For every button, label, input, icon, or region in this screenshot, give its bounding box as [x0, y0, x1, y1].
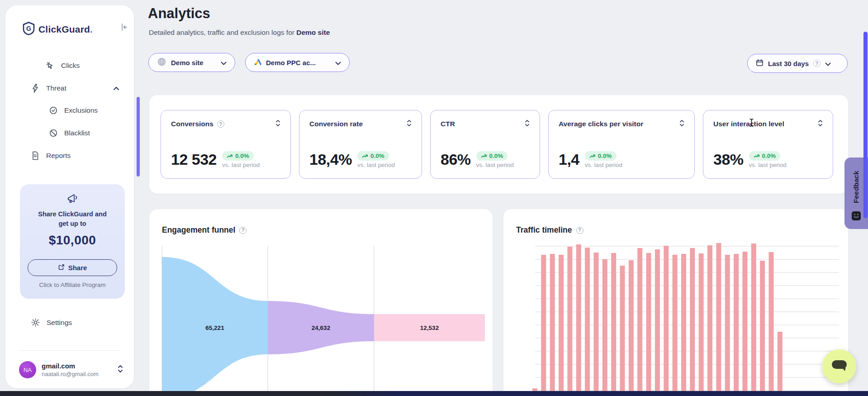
sidebar-item-reports[interactable]: Reports [31, 151, 71, 161]
clickguard-logo[interactable]: G ClickGuard. [23, 22, 93, 37]
google-ads-icon [254, 58, 261, 67]
sidebar-item-exclusions[interactable]: Exclusions [49, 106, 98, 115]
kpi-value: 1,4 [559, 151, 579, 168]
site-selector-value: Demo site [171, 59, 204, 67]
traffic-bar[interactable] [751, 243, 756, 396]
traffic-bar[interactable] [707, 245, 712, 396]
traffic-bar[interactable] [742, 252, 747, 396]
ppc-account-dropdown[interactable]: Demo PPC ac... [245, 53, 350, 72]
chevron-up-down-icon [118, 365, 123, 375]
traffic-bar[interactable] [690, 248, 695, 396]
kpi-panel: Conversions ? 12 532 0.0% vs. last perio… [149, 95, 848, 194]
user-account-switcher[interactable]: NA gmail.com naatali.ro@gmail.com [19, 361, 123, 378]
help-icon[interactable]: ? [576, 227, 583, 234]
date-range-value: Last 30 days [768, 60, 809, 67]
kpi-value: 18,4% [309, 151, 352, 168]
traffic-bar[interactable] [760, 261, 765, 396]
logo-wordmark: ClickGuard. [38, 24, 93, 35]
traffic-bar[interactable] [602, 259, 607, 396]
sidebar-item-label: Blacklist [64, 129, 90, 137]
page-scrollbar-thumb[interactable] [863, 32, 868, 218]
calendar-icon [756, 59, 764, 68]
traffic-bar[interactable] [550, 254, 555, 396]
sidebar-item-threat[interactable]: Threat [31, 83, 121, 93]
date-range-dropdown[interactable]: Last 30 days ? [747, 54, 848, 73]
delta-compare-label: vs. last period [222, 162, 260, 168]
sidebar-item-label: Threat [46, 84, 66, 92]
traffic-bar[interactable] [567, 247, 572, 396]
traffic-bar[interactable] [664, 246, 669, 396]
sort-toggle-icon[interactable] [679, 119, 684, 129]
kpi-value: 12 532 [171, 151, 217, 168]
site-selector-dropdown[interactable]: Demo site [148, 53, 235, 72]
traffic-bar[interactable] [655, 249, 660, 396]
avatar: NA [19, 361, 36, 378]
help-icon[interactable]: ? [217, 120, 224, 128]
sidebar-scrollbar-thumb[interactable] [137, 97, 140, 177]
traffic-bar[interactable] [576, 244, 581, 396]
sidebar-collapse-icon[interactable] [119, 23, 128, 33]
ppc-account-value: Demo PPC ac... [266, 59, 316, 67]
sidebar-item-label: Reports [46, 152, 71, 160]
sort-toggle-icon[interactable] [275, 119, 280, 129]
sort-toggle-icon[interactable] [525, 119, 530, 129]
kpi-label: Average clicks per visitor [559, 120, 643, 128]
traffic-bar[interactable] [716, 243, 721, 396]
smiley-feedback-icon [851, 211, 861, 223]
kpi-card-conversion-rate: Conversion rate 18,4% 0.0% vs. last peri… [299, 110, 422, 179]
traffic-bar[interactable] [611, 253, 616, 396]
traffic-bar[interactable] [673, 255, 678, 396]
kpi-card-ctr: CTR 86% 0.0% vs. last period [430, 110, 540, 179]
kpi-label: Conversion rate [309, 120, 363, 128]
sort-toggle-icon[interactable] [407, 119, 412, 129]
kpi-card-avg-clicks: Average clicks per visitor 1,4 0.0% vs. … [548, 110, 695, 179]
chevron-down-icon [825, 60, 831, 67]
traffic-bar[interactable] [594, 253, 599, 396]
affiliate-link[interactable]: Click to Affiliate Program [20, 281, 125, 288]
sidebar-item-label: Clicks [61, 62, 80, 70]
traffic-bar[interactable] [585, 248, 590, 396]
traffic-bar[interactable] [681, 254, 686, 396]
kpi-card-conversions: Conversions ? 12 532 0.0% vs. last perio… [161, 110, 291, 179]
traffic-bar[interactable] [725, 255, 730, 396]
traffic-bar[interactable] [769, 252, 774, 396]
document-icon [31, 151, 40, 161]
traffic-bar[interactable] [734, 254, 739, 396]
share-button-label: Share [68, 264, 87, 272]
kpi-value: 86% [441, 151, 471, 168]
traffic-bar[interactable] [620, 266, 625, 396]
traffic-bar[interactable] [541, 255, 546, 396]
delta-badge: 0.0% [222, 151, 254, 161]
traffic-bar[interactable] [559, 255, 564, 396]
kpi-value: 38% [713, 151, 744, 168]
traffic-bar[interactable] [646, 253, 651, 396]
help-icon[interactable]: ? [813, 60, 821, 67]
chat-bubble-icon [831, 359, 848, 374]
share-button[interactable]: Share [28, 259, 117, 276]
kpi-label: Conversions [171, 120, 213, 128]
sidebar-item-clicks[interactable]: Clicks [45, 61, 80, 70]
delta-badge: 0.0% [749, 151, 781, 161]
traffic-bar[interactable] [778, 332, 783, 396]
delta-badge: 0.0% [357, 151, 389, 161]
traffic-bar[interactable] [629, 260, 634, 396]
sidebar-item-label: Exclusions [64, 106, 98, 115]
traffic-bar[interactable] [699, 253, 704, 396]
help-icon[interactable]: ? [239, 227, 247, 234]
kpi-card-interaction-level: User interaction level 38% 0.0% vs. last… [703, 110, 833, 179]
traffic-bar[interactable] [637, 248, 642, 396]
cursor-click-icon [45, 61, 55, 70]
chat-widget-button[interactable] [822, 349, 856, 383]
chart-title: Traffic timeline [516, 225, 572, 235]
chevron-down-icon [221, 59, 227, 67]
chevron-up-icon[interactable] [113, 84, 119, 92]
sidebar-item-blacklist[interactable]: Blacklist [49, 129, 90, 138]
kpi-label: User interaction level [713, 120, 784, 128]
sort-toggle-icon[interactable] [818, 119, 823, 129]
sidebar-item-settings[interactable]: Settings [31, 318, 72, 327]
delta-compare-label: vs. last period [476, 162, 514, 168]
promo-amount: $10,000 [20, 233, 125, 248]
traffic-timeline-chart [503, 209, 848, 396]
sidebar-item-label: Settings [47, 319, 72, 327]
kpi-label: CTR [441, 120, 455, 128]
